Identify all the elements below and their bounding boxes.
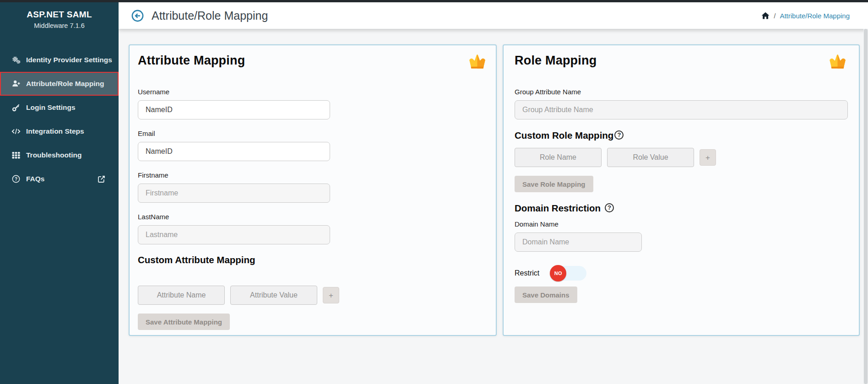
save-domains-button: Save Domains: [515, 287, 577, 303]
help-icon[interactable]: ?: [614, 130, 624, 140]
external-link-icon: [96, 175, 106, 183]
sidebar-item-label: Integration Steps: [26, 127, 84, 135]
domain-name-input: [515, 233, 642, 252]
group-attribute-name-input: [515, 100, 848, 119]
role-value-input: [607, 148, 694, 167]
sidebar-item-faqs[interactable]: ? FAQs: [0, 167, 119, 191]
firstname-label: Firstname: [138, 171, 488, 179]
email-input[interactable]: [138, 142, 330, 161]
help-icon[interactable]: ?: [605, 203, 614, 212]
firstname-input: [138, 184, 330, 203]
username-label: Username: [138, 88, 488, 96]
role-mapping-card: Role Mapping Group Attribute Name Custom…: [503, 44, 860, 336]
domain-name-label: Domain Name: [515, 220, 848, 228]
user-plus-icon: [11, 80, 21, 88]
main-content: Attribute Mapping Username Email Firstna…: [119, 29, 868, 384]
page-header: Attribute/Role Mapping / Attribute/Role …: [119, 2, 868, 29]
sidebar-item-label: Login Settings: [26, 103, 76, 112]
restrict-label: Restrict: [515, 269, 539, 277]
svg-text:?: ?: [15, 177, 17, 182]
add-role-button: +: [700, 149, 716, 166]
sidebar-item-login-settings[interactable]: Login Settings: [0, 96, 119, 119]
crown-icon: [467, 54, 488, 72]
attribute-mapping-title: Attribute Mapping: [138, 54, 245, 68]
page-title: Attribute/Role Mapping: [152, 9, 268, 22]
sidebar-item-label: Troubleshooting: [26, 151, 81, 159]
sidebar-item-integration-steps[interactable]: Integration Steps: [0, 119, 119, 143]
breadcrumb-current-link[interactable]: Attribute/Role Mapping: [780, 12, 850, 20]
breadcrumb: / Attribute/Role Mapping: [761, 12, 850, 20]
restrict-toggle-knob[interactable]: NO: [550, 265, 566, 281]
key-icon: [11, 103, 21, 112]
sidebar-item-label: Attribute/Role Mapping: [26, 80, 104, 88]
sidebar-item-attribute-role-mapping[interactable]: Attribute/Role Mapping: [0, 72, 119, 96]
sidebar-item-identity-provider-settings[interactable]: Identity Provider Settings: [0, 48, 119, 72]
scrollbar-thumb[interactable]: [864, 29, 868, 384]
attribute-name-input: [138, 286, 225, 305]
home-icon[interactable]: [761, 12, 770, 19]
sidebar-nav: Identity Provider Settings Attribute/Rol…: [0, 48, 119, 191]
question-circle-icon: ?: [11, 175, 21, 183]
save-attribute-mapping-button: Save Attribute Mapping: [138, 314, 230, 330]
sidebar-item-troubleshooting[interactable]: Troubleshooting: [0, 143, 119, 167]
window-top-strip: [0, 0, 868, 2]
gears-icon: [11, 56, 21, 64]
group-attribute-name-label: Group Attribute Name: [515, 88, 848, 96]
attribute-value-input: [230, 286, 317, 305]
add-attribute-button: +: [323, 287, 339, 303]
attribute-mapping-card: Attribute Mapping Username Email Firstna…: [129, 44, 497, 336]
grid-icon: [11, 151, 21, 159]
sidebar: ASP.NET SAML Middleware 7.1.6 Identity P…: [0, 0, 119, 384]
app-title: ASP.NET SAML: [4, 10, 115, 20]
sidebar-item-label: Identity Provider Settings: [26, 56, 112, 64]
lastname-label: LastName: [138, 213, 488, 221]
role-name-input: [515, 148, 602, 167]
domain-restriction-title: Domain Restriction?: [515, 203, 848, 214]
save-role-mapping-button: Save Role Mapping: [515, 176, 593, 192]
username-input[interactable]: [138, 100, 330, 119]
restrict-toggle[interactable]: NO: [550, 266, 586, 281]
breadcrumb-separator: /: [774, 12, 776, 20]
sidebar-header: ASP.NET SAML Middleware 7.1.6: [0, 2, 119, 29]
app-version: Middleware 7.1.6: [4, 22, 115, 29]
custom-role-mapping-title: Custom Role Mapping?: [515, 130, 848, 141]
crown-icon: [827, 54, 848, 72]
back-circle-icon[interactable]: [131, 10, 144, 22]
lastname-input: [138, 225, 330, 244]
role-mapping-title: Role Mapping: [515, 54, 597, 68]
scrollbar-track[interactable]: [863, 29, 868, 384]
custom-attribute-mapping-title: Custom Attribute Mapping: [138, 254, 488, 265]
code-icon: [11, 127, 21, 135]
sidebar-item-label: FAQs: [26, 175, 44, 183]
email-label: Email: [138, 130, 488, 137]
